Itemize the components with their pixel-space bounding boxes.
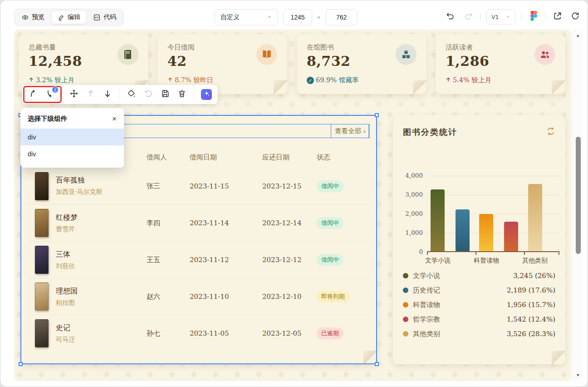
move-up-button[interactable] bbox=[86, 89, 96, 99]
chart-refresh-button[interactable] bbox=[546, 127, 555, 136]
status-badge: 即将到期 bbox=[317, 291, 349, 303]
scroll-up-arrow-icon[interactable]: ▲ bbox=[573, 31, 583, 40]
resize-handle-bottom-left[interactable] bbox=[19, 362, 23, 366]
x-axis-tick-label: 文学小说 bbox=[425, 257, 451, 265]
canvas-width-input[interactable] bbox=[283, 9, 312, 25]
y-axis-tick-label: 4,000 bbox=[402, 172, 423, 179]
chevron-down-icon bbox=[505, 14, 510, 20]
code-mode-button[interactable]: 代码 bbox=[88, 10, 122, 24]
due-date-cell: 2023-12-12 bbox=[262, 256, 317, 264]
resize-handle-top-right[interactable] bbox=[375, 113, 379, 117]
reset-button[interactable] bbox=[143, 89, 153, 99]
close-icon[interactable]: × bbox=[112, 115, 117, 123]
fill-style-button[interactable] bbox=[127, 89, 137, 99]
x-axis-tick bbox=[524, 252, 525, 255]
view-all-label: 查看全部 bbox=[335, 127, 361, 135]
move-down-layer-button[interactable]: 2 bbox=[45, 89, 55, 99]
legend-dot bbox=[403, 317, 408, 322]
bar-历史传记 bbox=[456, 209, 470, 251]
stat-trend-text: 8.7% 较昨日 bbox=[175, 76, 213, 84]
arrow-up-icon bbox=[86, 89, 95, 100]
stat-title: 在馆图书 bbox=[307, 43, 334, 52]
view-all-link[interactable]: 查看全部 › bbox=[331, 124, 370, 138]
version-select[interactable]: V1 bbox=[486, 9, 515, 25]
code-label: 代码 bbox=[103, 13, 116, 21]
y-axis-tick-label: 0 bbox=[402, 248, 423, 255]
scrollbar-thumb[interactable] bbox=[576, 137, 581, 254]
due-date-cell: 2023-12-05 bbox=[262, 329, 317, 337]
status-cell: 借阅中 bbox=[317, 217, 368, 229]
size-preset-value: 自定义 bbox=[220, 13, 240, 21]
redo-button[interactable] bbox=[462, 11, 474, 23]
card-fold-corner bbox=[274, 80, 287, 94]
table-row: 史记司马迁孙七2023-11-052023-12-05已逾期 bbox=[29, 315, 368, 352]
resize-handle-bottom-right[interactable] bbox=[375, 362, 379, 366]
version-value: V1 bbox=[491, 14, 499, 20]
refresh-icon bbox=[546, 129, 555, 137]
stat-title: 总藏书量 bbox=[29, 43, 56, 52]
bar-科普读物 bbox=[479, 214, 493, 251]
book-cell: 理想国柏拉图 bbox=[29, 283, 147, 311]
export-button[interactable] bbox=[552, 11, 564, 23]
book-author: 刘慈欣 bbox=[56, 262, 75, 270]
chevron-right-icon: › bbox=[363, 127, 366, 135]
arrow-up-curve-icon bbox=[29, 89, 38, 100]
vertical-scrollbar[interactable]: ▲ ▼ bbox=[572, 30, 583, 381]
legend-dot bbox=[403, 273, 408, 278]
stat-value: 12,458 bbox=[29, 53, 82, 69]
borrow-date-cell: 2023-11-10 bbox=[190, 293, 262, 301]
trend-up-icon bbox=[446, 76, 451, 84]
card-fold-corner bbox=[413, 80, 426, 94]
preview-mode-button[interactable]: 预览 bbox=[16, 10, 50, 24]
status-badge: 借阅中 bbox=[317, 217, 343, 229]
move-down-button[interactable] bbox=[103, 89, 113, 99]
due-date-cell: 2023-12-10 bbox=[262, 293, 317, 301]
canvas-height-input[interactable] bbox=[326, 9, 358, 25]
edit-mode-button[interactable]: 编辑 bbox=[51, 10, 87, 24]
refresh-button[interactable] bbox=[569, 11, 581, 23]
stat-value: 8,732 bbox=[307, 53, 350, 69]
divider bbox=[62, 90, 62, 99]
figma-button[interactable] bbox=[528, 11, 539, 23]
size-preset-select[interactable]: 自定义 bbox=[215, 9, 278, 25]
eye-icon bbox=[22, 14, 29, 21]
chevron-down-icon bbox=[267, 14, 272, 21]
borrower-cell: 李四 bbox=[147, 219, 190, 228]
toolbar-right-actions: V1 bbox=[445, 9, 581, 25]
borrow-date-cell: 2023-11-12 bbox=[190, 256, 262, 264]
move-up-layer-button[interactable] bbox=[28, 89, 38, 99]
column-header: 借阅人 bbox=[147, 153, 190, 162]
x-axis-tick bbox=[427, 252, 428, 255]
book-icon bbox=[118, 44, 138, 65]
trend-up-icon bbox=[29, 76, 34, 84]
stat-trend: 5.4% 较上月 bbox=[446, 76, 491, 84]
popup-item[interactable]: div bbox=[20, 129, 124, 145]
save-button[interactable] bbox=[160, 89, 170, 99]
popup-item[interactable]: div bbox=[20, 145, 124, 162]
divider bbox=[521, 12, 522, 21]
bar-chart: 01,0002,0003,0004,000 文学小说科普读物其他类别 bbox=[402, 166, 556, 270]
stat-trend: ✓69.9% 馆藏率 bbox=[307, 76, 358, 84]
design-canvas[interactable]: 总藏书量12,4583.2% 较上月今日借阅428.7% 较昨日在馆图书8,73… bbox=[14, 30, 571, 381]
divider bbox=[194, 90, 194, 99]
delete-button[interactable] bbox=[177, 89, 187, 99]
book-cover bbox=[35, 209, 49, 237]
table-row: 三体刘慈欣王五2023-11-122023-12-12借阅中 bbox=[29, 241, 368, 278]
divider bbox=[545, 12, 546, 21]
save-icon bbox=[161, 89, 170, 100]
table-row: 百年孤独加西亚·马尔克斯张三2023-11-152023-12-15借阅中 bbox=[29, 168, 368, 204]
scroll-down-arrow-icon[interactable]: ▼ bbox=[573, 371, 583, 379]
x-axis-tick bbox=[559, 252, 559, 255]
undo-button[interactable] bbox=[445, 11, 456, 23]
due-date-cell: 2023-12-15 bbox=[262, 182, 317, 190]
ai-assist-button[interactable] bbox=[201, 89, 212, 100]
bar-哲学宗教 bbox=[504, 222, 518, 251]
status-cell: 已逾期 bbox=[317, 327, 368, 339]
move-element-button[interactable] bbox=[69, 89, 79, 99]
legend-value: 3,245 (26%) bbox=[513, 272, 555, 280]
borrow-date-cell: 2023-11-05 bbox=[190, 329, 262, 337]
code-icon bbox=[93, 14, 100, 21]
chart-title: 图书分类统计 bbox=[403, 127, 457, 138]
stat-card: 活跃读者1,2865.4% 较上月 bbox=[436, 34, 565, 94]
borrower-cell: 孙七 bbox=[147, 329, 190, 338]
